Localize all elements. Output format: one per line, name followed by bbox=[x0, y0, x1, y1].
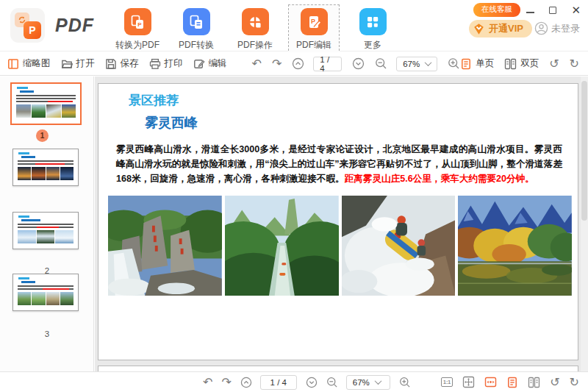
save-button[interactable]: 保存 bbox=[105, 57, 139, 70]
rotate-right-button[interactable]: ↻ bbox=[570, 59, 579, 69]
undo-button[interactable]: ↶ bbox=[252, 59, 262, 69]
tab-label: PDF转换 bbox=[179, 39, 214, 51]
single-page-view-button-bottom[interactable] bbox=[506, 377, 518, 388]
edit-icon bbox=[193, 58, 205, 70]
thumbnail-panel-button[interactable]: 缩略图 bbox=[7, 57, 51, 70]
pdf-page-1[interactable]: 景区推荐 雾灵西峰 雾灵西峰高山滑水，滑道全长3000多米，是经过专家论证设计，… bbox=[98, 83, 578, 360]
double-page-view-button-bottom[interactable] bbox=[528, 377, 540, 388]
zoom-in-button-bottom[interactable] bbox=[399, 377, 411, 388]
double-page-icon bbox=[504, 58, 517, 70]
save-label: 保存 bbox=[121, 57, 139, 70]
maximize-icon[interactable] bbox=[549, 7, 556, 14]
previous-page-button[interactable] bbox=[292, 57, 304, 70]
statusbar: ↶ ↷ 1 / 4 67% 1:1 bbox=[0, 371, 588, 392]
next-page-button[interactable] bbox=[352, 57, 365, 70]
single-page-icon bbox=[506, 377, 518, 388]
statusbar-view-controls: 1:1 ↺ ↻ bbox=[441, 372, 579, 392]
tab-label: 转换为PDF bbox=[115, 39, 159, 51]
fit-width-icon bbox=[484, 376, 497, 388]
actual-size-label: 1:1 bbox=[443, 379, 451, 385]
tab-more[interactable]: 更多 bbox=[347, 4, 398, 54]
doc-paragraph: 雾灵西峰高山滑水，滑道全长3000多米，是经过专家论证设计，北京地区最早建成的高… bbox=[116, 142, 562, 186]
chevron-down-icon bbox=[425, 59, 432, 66]
rotate-left-button-bottom[interactable]: ↺ bbox=[550, 376, 559, 389]
rotate-right-icon: ↻ bbox=[570, 375, 579, 389]
page-thumbnail-1[interactable] bbox=[10, 82, 82, 125]
pdf-convert-icon bbox=[183, 8, 210, 35]
previous-page-button-bottom[interactable] bbox=[240, 377, 252, 388]
redo-icon: ↷ bbox=[272, 59, 282, 69]
double-page-view-button[interactable]: 双页 bbox=[504, 57, 539, 70]
avatar-icon bbox=[534, 21, 548, 35]
pdf-p-icon: P bbox=[24, 21, 41, 39]
page-number-input[interactable]: 1 / 4 bbox=[313, 57, 342, 71]
thumbnail-sidebar: 1 2 3 bbox=[0, 76, 94, 371]
single-page-view-button[interactable]: 单页 bbox=[460, 57, 494, 70]
redo-button[interactable]: ↷ bbox=[272, 59, 282, 69]
scrollbar-thumb[interactable] bbox=[581, 81, 587, 221]
redo-button-bottom[interactable]: ↷ bbox=[221, 377, 231, 388]
whitewater-rafting-closeup-photo bbox=[342, 196, 456, 296]
pdf-page-2-edge[interactable] bbox=[98, 366, 578, 371]
login-label: 未登录 bbox=[551, 22, 580, 35]
close-icon[interactable]: ✕ bbox=[571, 7, 581, 14]
rotate-left-icon: ↺ bbox=[549, 59, 559, 69]
open-label: 打开 bbox=[76, 57, 95, 70]
minimize-icon[interactable] bbox=[526, 12, 534, 13]
print-button[interactable]: 打印 bbox=[149, 57, 183, 70]
rotate-left-button[interactable]: ↺ bbox=[549, 59, 559, 69]
zoom-out-button[interactable] bbox=[375, 57, 387, 70]
rotate-right-button-bottom[interactable]: ↻ bbox=[570, 376, 579, 389]
more-icon bbox=[359, 8, 387, 35]
rock-inscription-waterfall-photo bbox=[108, 196, 222, 296]
page-thumbnail-3[interactable] bbox=[12, 212, 79, 249]
tab-convert-to-pdf[interactable]: P 转换为PDF bbox=[112, 4, 163, 54]
tab-label: 更多 bbox=[364, 39, 381, 51]
zoom-out-button-bottom[interactable] bbox=[326, 377, 338, 388]
zoom-level-select[interactable]: 67% bbox=[396, 57, 437, 71]
zoom-out-icon bbox=[375, 57, 387, 70]
next-page-button-bottom[interactable] bbox=[306, 377, 318, 388]
undo-icon: ↶ bbox=[252, 59, 262, 69]
fit-page-button[interactable] bbox=[462, 376, 475, 388]
save-icon bbox=[105, 58, 117, 70]
zoom-in-button[interactable] bbox=[448, 57, 460, 70]
page-number-input-bottom[interactable]: 1 / 4 bbox=[260, 375, 297, 390]
document-view: 景区推荐 雾灵西峰 雾灵西峰高山滑水，滑道全长3000多米，是经过专家论证设计，… bbox=[95, 76, 588, 371]
tab-pdf-edit[interactable]: P PDF编辑 bbox=[288, 4, 340, 54]
vip-label: 开通VIP bbox=[489, 22, 523, 35]
statusbar-nav-controls: ↶ ↷ 1 / 4 67% bbox=[194, 372, 411, 392]
vip-badge-icon bbox=[473, 23, 485, 35]
online-service-button[interactable]: 在线客服 bbox=[473, 3, 520, 17]
tab-label: PDF编辑 bbox=[296, 39, 331, 51]
pdf-operate-icon bbox=[242, 8, 269, 35]
thumbnail-panel-icon bbox=[7, 58, 19, 70]
undo-button-bottom[interactable]: ↶ bbox=[203, 377, 212, 388]
open-button[interactable]: 打开 bbox=[61, 57, 95, 70]
edit-button[interactable]: 编辑 bbox=[193, 57, 227, 70]
page-indicator: 1 / 4 bbox=[270, 378, 287, 387]
page-thumbnail-3-number: 3 bbox=[0, 329, 94, 338]
tab-pdf-convert[interactable]: PDF转换 bbox=[171, 4, 222, 54]
page-thumbnail-4[interactable] bbox=[12, 274, 79, 311]
vertical-scrollbar[interactable] bbox=[581, 76, 588, 371]
double-page-icon bbox=[528, 377, 540, 388]
pdf-editor-window: P PDF P 转换为PDF PDF转换 PDF操作 bbox=[0, 0, 588, 392]
svg-text:P: P bbox=[311, 18, 315, 25]
tab-pdf-operate[interactable]: PDF操作 bbox=[229, 4, 281, 54]
fit-page-icon bbox=[462, 376, 475, 388]
page-number-badge: 1 bbox=[36, 129, 49, 142]
edit-label: 编辑 bbox=[209, 57, 227, 70]
page-thumbnail-2[interactable] bbox=[12, 149, 79, 186]
actual-size-button[interactable]: 1:1 bbox=[441, 377, 453, 387]
page-down-icon bbox=[352, 57, 365, 70]
zoom-level-select-bottom[interactable]: 67% bbox=[346, 375, 390, 390]
zoom-out-icon bbox=[326, 377, 338, 388]
doc-heading-1: 景区推荐 bbox=[129, 92, 578, 109]
rotate-right-icon: ↻ bbox=[570, 59, 579, 69]
fit-width-button[interactable] bbox=[484, 376, 497, 388]
login-button[interactable]: 未登录 bbox=[534, 21, 580, 35]
undo-icon: ↶ bbox=[203, 377, 212, 388]
open-vip-button[interactable]: 开通VIP bbox=[469, 20, 532, 38]
page-up-icon bbox=[292, 57, 304, 70]
